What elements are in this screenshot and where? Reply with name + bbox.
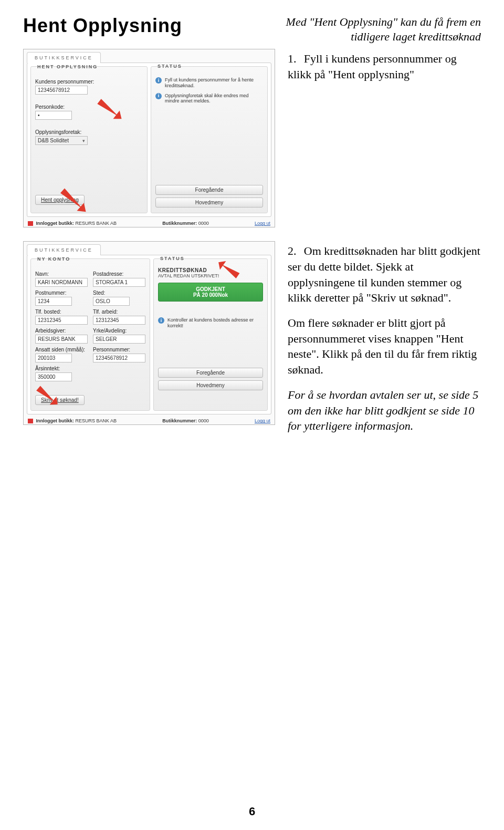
screenshot-2: BUTIKKSERVICE NY KONTO Navn:KARI NORDMAN…	[23, 241, 275, 425]
postadresse-label: Postadresse:	[93, 271, 145, 277]
inntekt-label: Årsinntekt:	[35, 366, 88, 371]
panel-title-status: STATUS	[155, 64, 263, 69]
panel-title-ny-konto: NY KONTO	[35, 256, 72, 262]
tlf-bosted-input[interactable]: 12312345	[35, 316, 88, 325]
page-title: Hent Opplysning	[23, 15, 182, 37]
logo-dot-icon	[28, 221, 33, 226]
inntekt-input[interactable]: 350000	[35, 372, 72, 381]
personkode-input[interactable]: •	[35, 111, 72, 120]
footer-num-value: 0000	[198, 418, 209, 423]
status-sub: AVTAL REDAN UTSKRIVET!	[158, 273, 263, 278]
yrke-input[interactable]: SELGER	[93, 335, 145, 344]
sted-input[interactable]: OSLO	[93, 297, 130, 306]
hent-opplysning-button[interactable]: Hent opplysning	[35, 195, 85, 205]
postnummer-label: Postnummer:	[35, 290, 88, 296]
step-num: 2.	[288, 243, 304, 259]
footer-num-label: Butikknummer:	[162, 221, 197, 226]
foregaaende-button[interactable]: Foregående	[158, 368, 263, 378]
chevron-down-icon: ▾	[82, 138, 85, 143]
footer-shop-label: Innlogget butikk:	[36, 418, 75, 423]
hovedmeny-button[interactable]: Hovedmeny	[155, 198, 263, 208]
info-icon: i	[155, 77, 162, 84]
navn-label: Navn:	[35, 271, 88, 277]
step-1: 1.Fyll i kundens personnummer og klikk p…	[288, 51, 481, 82]
foretak-value: D&B Soliditet	[38, 138, 69, 143]
step-2-p1: Om kredittsøknaden har blitt godkjent se…	[288, 244, 480, 304]
yrke-label: Yrke/Avdeling:	[93, 328, 145, 334]
tab-butikkservice[interactable]: BUTIKKSERVICE	[27, 244, 101, 255]
footer-shop: Innlogget butikk: RESURS BANK AB	[28, 221, 117, 226]
step-1-text: Fyll i kundens personnummer og klikk på …	[288, 52, 457, 81]
footer-shop: Innlogget butikk: RESURS BANK AB	[28, 418, 117, 423]
footer-num-value: 0000	[198, 221, 209, 226]
tagline-l1: Med "Hent Opplysning" kan du få frem en	[286, 15, 481, 28]
page-number: 6	[249, 805, 255, 818]
tlf-arbeid-input[interactable]: 12312345	[93, 316, 145, 325]
screenshot-1: BUTIKKSERVICE HENT OPPLYSNING Kundens pe…	[23, 49, 275, 227]
logo-dot-icon	[28, 419, 33, 423]
postnummer-input[interactable]: 1234	[35, 297, 72, 306]
info-icon: i	[155, 93, 162, 99]
approved-l1: GODKJENT	[196, 286, 225, 292]
skriv-ut-soknad-button[interactable]: Skriv ut søknad!	[35, 395, 85, 405]
sted-label: Sted:	[93, 290, 145, 296]
logout-link[interactable]: Logg ut	[255, 221, 270, 226]
approved-l2: PÅ 20 000Nok	[193, 292, 228, 298]
arbeidsgiver-label: Arbeidsgiver:	[35, 328, 88, 334]
arbeidsgiver-input[interactable]: RESURS BANK	[35, 335, 88, 344]
footer-shopnum: Butikknummer: 0000	[162, 221, 209, 226]
approved-badge: GODKJENT PÅ 20 000Nok	[158, 283, 263, 302]
panel-title-hent-opplysning: HENT OPPLYSNING	[35, 64, 100, 69]
footer-num-label: Butikknummer:	[162, 418, 197, 423]
footer-shop-value: RESURS BANK AB	[76, 418, 117, 423]
foregaaende-button[interactable]: Foregående	[155, 185, 263, 195]
step-2: 2.Om kredittsøknaden har blitt godkjent …	[288, 243, 481, 306]
step-num: 1.	[288, 51, 304, 67]
navn-input[interactable]: KARI NORDMANN	[35, 278, 88, 287]
foretak-select[interactable]: D&B Soliditet ▾	[35, 136, 88, 145]
footer-shop-value: RESURS BANK AB	[76, 221, 117, 226]
footer-shopnum: Butikknummer: 0000	[162, 418, 209, 423]
personnummer-input[interactable]: 12345678912	[35, 86, 88, 95]
personnummer-input[interactable]: 12345678912	[93, 354, 145, 362]
info-text-1: Fyll ut kundens personnummer for å hente…	[165, 77, 263, 89]
tlf-arbeid-label: Tlf. arbeid:	[93, 309, 145, 315]
panel-title-status: STATUS	[158, 256, 263, 261]
logout-link[interactable]: Logg ut	[255, 418, 270, 423]
info-text-2: Opplysningforetak skal ikke endres med m…	[165, 93, 263, 105]
info-text: Kontroller at kundens bosteds adresse er…	[167, 317, 263, 329]
info-icon: i	[158, 317, 164, 324]
tlf-bosted-label: Tlf. bosted:	[35, 309, 88, 315]
ansatt-input[interactable]: 200103	[35, 354, 72, 362]
postadresse-input[interactable]: STORGATA 1	[93, 278, 145, 287]
tagline: Med "Hent Opplysning" kan du få frem en …	[286, 15, 481, 44]
status-header: KREDITTSØKNAD	[158, 267, 263, 273]
foretak-label: Opplysningsforetak:	[35, 129, 143, 135]
step-2-p2: Om flere søknader er blitt gjort på pers…	[288, 315, 481, 378]
tagline-l2: tidligere laget kredittsøknad	[351, 30, 481, 43]
footer-shop-label: Innlogget butikk:	[36, 221, 75, 226]
step-2-p3: For å se hvordan avtalen ser ut, se side…	[288, 387, 481, 434]
ansatt-label: Ansatt siden (mmåå):	[35, 347, 88, 352]
hovedmeny-button[interactable]: Hovedmeny	[158, 380, 263, 390]
personnummer-label: Kundens personnummer:	[35, 79, 143, 85]
personnummer-label: Personnummer:	[93, 347, 145, 352]
tab-butikkservice[interactable]: BUTIKKSERVICE	[27, 52, 101, 63]
personkode-label: Personkode:	[35, 104, 143, 110]
